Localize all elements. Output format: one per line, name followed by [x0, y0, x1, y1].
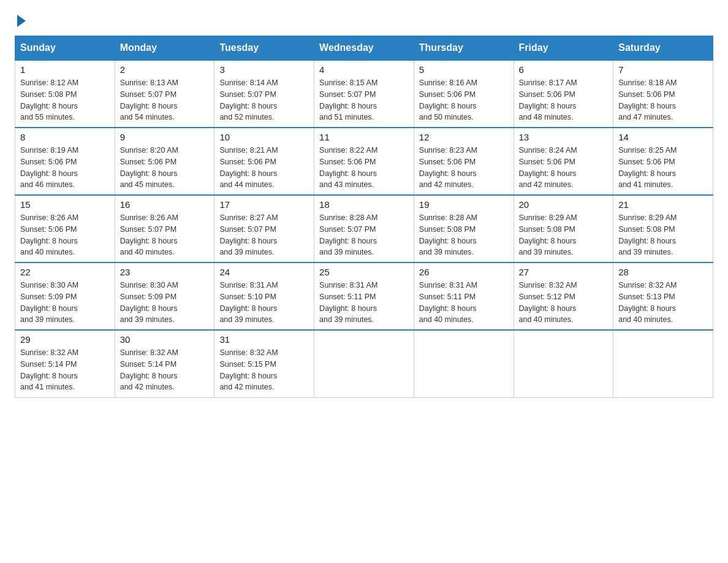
column-header-saturday: Saturday — [613, 36, 713, 61]
column-header-sunday: Sunday — [15, 36, 115, 61]
calendar-day-10: 10 Sunrise: 8:21 AM Sunset: 5:06 PM Dayl… — [214, 128, 314, 195]
day-info: Sunrise: 8:29 AM Sunset: 5:08 PM Dayligh… — [519, 212, 609, 258]
calendar-day-18: 18 Sunrise: 8:28 AM Sunset: 5:07 PM Dayl… — [314, 195, 414, 262]
day-info: Sunrise: 8:19 AM Sunset: 5:06 PM Dayligh… — [20, 145, 110, 191]
calendar-day-9: 9 Sunrise: 8:20 AM Sunset: 5:06 PM Dayli… — [115, 128, 214, 195]
column-header-friday: Friday — [514, 36, 613, 61]
day-number: 16 — [120, 199, 210, 210]
day-number: 13 — [519, 132, 609, 142]
day-number: 29 — [20, 334, 110, 345]
calendar-day-1: 1 Sunrise: 8:12 AM Sunset: 5:08 PM Dayli… — [15, 60, 115, 128]
day-info: Sunrise: 8:30 AM Sunset: 5:09 PM Dayligh… — [20, 280, 110, 326]
day-info: Sunrise: 8:16 AM Sunset: 5:06 PM Dayligh… — [419, 77, 509, 123]
day-info: Sunrise: 8:15 AM Sunset: 5:07 PM Dayligh… — [319, 77, 409, 123]
day-info: Sunrise: 8:32 AM Sunset: 5:12 PM Dayligh… — [519, 280, 609, 326]
day-info: Sunrise: 8:32 AM Sunset: 5:14 PM Dayligh… — [20, 347, 110, 393]
calendar-day-3: 3 Sunrise: 8:14 AM Sunset: 5:07 PM Dayli… — [214, 60, 314, 128]
logo-arrow-icon — [17, 15, 26, 27]
day-info: Sunrise: 8:12 AM Sunset: 5:08 PM Dayligh… — [20, 77, 110, 123]
calendar-day-17: 17 Sunrise: 8:27 AM Sunset: 5:07 PM Dayl… — [214, 195, 314, 262]
calendar-day-2: 2 Sunrise: 8:13 AM Sunset: 5:07 PM Dayli… — [115, 60, 214, 128]
calendar-day-8: 8 Sunrise: 8:19 AM Sunset: 5:06 PM Dayli… — [15, 128, 115, 195]
calendar-week-row: 1 Sunrise: 8:12 AM Sunset: 5:08 PM Dayli… — [15, 60, 713, 128]
day-number: 9 — [120, 132, 210, 142]
day-number: 3 — [219, 64, 309, 75]
day-number: 24 — [219, 267, 309, 277]
day-info: Sunrise: 8:32 AM Sunset: 5:15 PM Dayligh… — [219, 347, 309, 393]
calendar-week-row: 8 Sunrise: 8:19 AM Sunset: 5:06 PM Dayli… — [15, 128, 713, 195]
day-number: 17 — [219, 199, 309, 210]
day-info: Sunrise: 8:17 AM Sunset: 5:06 PM Dayligh… — [519, 77, 609, 123]
day-info: Sunrise: 8:27 AM Sunset: 5:07 PM Dayligh… — [219, 212, 309, 258]
day-info: Sunrise: 8:18 AM Sunset: 5:06 PM Dayligh… — [618, 77, 708, 123]
day-info: Sunrise: 8:32 AM Sunset: 5:14 PM Dayligh… — [120, 347, 210, 393]
column-header-monday: Monday — [115, 36, 214, 61]
calendar-day-24: 24 Sunrise: 8:31 AM Sunset: 5:10 PM Dayl… — [214, 262, 314, 330]
day-number: 19 — [419, 199, 509, 210]
calendar-day-empty — [613, 330, 713, 397]
calendar-day-4: 4 Sunrise: 8:15 AM Sunset: 5:07 PM Dayli… — [314, 60, 414, 128]
day-number: 7 — [618, 64, 708, 75]
day-number: 15 — [20, 199, 110, 210]
calendar-day-12: 12 Sunrise: 8:23 AM Sunset: 5:06 PM Dayl… — [414, 128, 514, 195]
day-number: 22 — [20, 267, 110, 277]
day-number: 1 — [20, 64, 110, 75]
day-number: 12 — [419, 132, 509, 142]
day-info: Sunrise: 8:24 AM Sunset: 5:06 PM Dayligh… — [519, 145, 609, 191]
calendar-day-5: 5 Sunrise: 8:16 AM Sunset: 5:06 PM Dayli… — [414, 60, 514, 128]
calendar-week-row: 22 Sunrise: 8:30 AM Sunset: 5:09 PM Dayl… — [15, 262, 713, 330]
day-info: Sunrise: 8:25 AM Sunset: 5:06 PM Dayligh… — [618, 145, 708, 191]
calendar-day-7: 7 Sunrise: 8:18 AM Sunset: 5:06 PM Dayli… — [613, 60, 713, 128]
calendar-day-22: 22 Sunrise: 8:30 AM Sunset: 5:09 PM Dayl… — [15, 262, 115, 330]
calendar-day-23: 23 Sunrise: 8:30 AM Sunset: 5:09 PM Dayl… — [115, 262, 214, 330]
day-number: 26 — [419, 267, 509, 277]
calendar-day-21: 21 Sunrise: 8:29 AM Sunset: 5:08 PM Dayl… — [613, 195, 713, 262]
column-header-thursday: Thursday — [414, 36, 514, 61]
day-number: 5 — [419, 64, 509, 75]
day-number: 28 — [618, 267, 708, 277]
calendar-day-empty — [414, 330, 514, 397]
calendar-day-19: 19 Sunrise: 8:28 AM Sunset: 5:08 PM Dayl… — [414, 195, 514, 262]
calendar-day-20: 20 Sunrise: 8:29 AM Sunset: 5:08 PM Dayl… — [514, 195, 613, 262]
calendar-day-6: 6 Sunrise: 8:17 AM Sunset: 5:06 PM Dayli… — [514, 60, 613, 128]
day-info: Sunrise: 8:20 AM Sunset: 5:06 PM Dayligh… — [120, 145, 210, 191]
calendar-week-row: 15 Sunrise: 8:26 AM Sunset: 5:06 PM Dayl… — [15, 195, 713, 262]
day-info: Sunrise: 8:22 AM Sunset: 5:06 PM Dayligh… — [319, 145, 409, 191]
day-number: 30 — [120, 334, 210, 345]
day-number: 11 — [319, 132, 409, 142]
day-info: Sunrise: 8:26 AM Sunset: 5:07 PM Dayligh… — [120, 212, 210, 258]
day-info: Sunrise: 8:31 AM Sunset: 5:10 PM Dayligh… — [219, 280, 309, 326]
calendar-day-14: 14 Sunrise: 8:25 AM Sunset: 5:06 PM Dayl… — [613, 128, 713, 195]
day-info: Sunrise: 8:26 AM Sunset: 5:06 PM Dayligh… — [20, 212, 110, 258]
calendar-day-31: 31 Sunrise: 8:32 AM Sunset: 5:15 PM Dayl… — [214, 330, 314, 397]
day-info: Sunrise: 8:31 AM Sunset: 5:11 PM Dayligh… — [419, 280, 509, 326]
day-number: 10 — [219, 132, 309, 142]
calendar-day-empty — [514, 330, 613, 397]
day-info: Sunrise: 8:21 AM Sunset: 5:06 PM Dayligh… — [219, 145, 309, 191]
day-number: 14 — [618, 132, 708, 142]
day-number: 4 — [319, 64, 409, 75]
calendar-day-27: 27 Sunrise: 8:32 AM Sunset: 5:12 PM Dayl… — [514, 262, 613, 330]
calendar-day-15: 15 Sunrise: 8:26 AM Sunset: 5:06 PM Dayl… — [15, 195, 115, 262]
calendar-week-row: 29 Sunrise: 8:32 AM Sunset: 5:14 PM Dayl… — [15, 330, 713, 397]
day-info: Sunrise: 8:28 AM Sunset: 5:07 PM Dayligh… — [319, 212, 409, 258]
day-info: Sunrise: 8:30 AM Sunset: 5:09 PM Dayligh… — [120, 280, 210, 326]
day-info: Sunrise: 8:23 AM Sunset: 5:06 PM Dayligh… — [419, 145, 509, 191]
day-number: 21 — [618, 199, 708, 210]
day-number: 18 — [319, 199, 409, 210]
calendar-day-25: 25 Sunrise: 8:31 AM Sunset: 5:11 PM Dayl… — [314, 262, 414, 330]
logo-top — [15, 15, 26, 27]
day-number: 6 — [519, 64, 609, 75]
logo — [15, 15, 26, 23]
day-info: Sunrise: 8:13 AM Sunset: 5:07 PM Dayligh… — [120, 77, 210, 123]
day-info: Sunrise: 8:28 AM Sunset: 5:08 PM Dayligh… — [419, 212, 509, 258]
calendar-day-30: 30 Sunrise: 8:32 AM Sunset: 5:14 PM Dayl… — [115, 330, 214, 397]
page-header — [15, 15, 713, 23]
calendar-header-row: SundayMondayTuesdayWednesdayThursdayFrid… — [15, 36, 713, 61]
day-number: 31 — [219, 334, 309, 345]
calendar-table: SundayMondayTuesdayWednesdayThursdayFrid… — [15, 36, 713, 398]
day-info: Sunrise: 8:29 AM Sunset: 5:08 PM Dayligh… — [618, 212, 708, 258]
day-number: 25 — [319, 267, 409, 277]
day-info: Sunrise: 8:14 AM Sunset: 5:07 PM Dayligh… — [219, 77, 309, 123]
day-number: 20 — [519, 199, 609, 210]
